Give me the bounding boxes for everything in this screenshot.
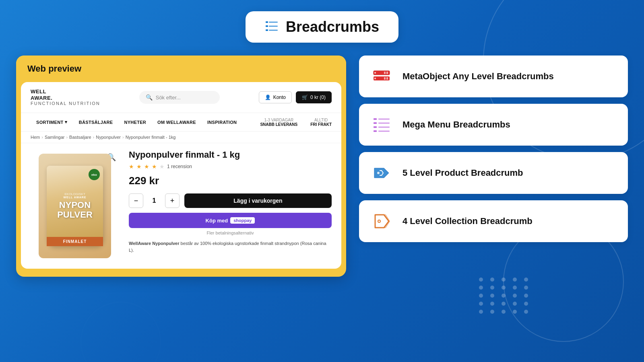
product-details: Nyponpulver finmalt - 1 kg ★ ★ ★ ★ ★ 1 r… [129,150,332,262]
svg-rect-4 [266,29,268,31]
web-preview-card: Web preview WELL AWARE. FUNCTIONAL NUTRI… [16,56,346,277]
star-half: ★ [159,163,165,170]
card-metaobject-label: MetaObject Any Level Breadcrumbs [402,71,554,82]
breadcrumb-item-3[interactable]: Bastsaljare [69,135,91,140]
qty-increase-button[interactable]: + [165,193,180,208]
megamenu-icon-container [369,112,394,138]
breadcrumb-item-1[interactable]: Hem [31,135,40,140]
qty-decrease-button[interactable]: − [129,193,143,208]
main-content: Web preview WELL AWARE. FUNCTIONAL NUTRI… [0,43,644,290]
header-pill: Breadcrumbs [246,11,398,43]
card-4-level[interactable]: 4 Level Collection Breadcrumb [359,200,628,242]
shoppay-brand: shoppay [230,217,255,224]
tag-back-icon [371,162,392,183]
4level-icon-container [369,208,394,234]
logo-line2: AWARE. [31,95,100,101]
account-label: Konto [273,95,286,100]
star-filled-3: ★ [144,163,149,170]
store-actions: 👤 Konto 🛒 0 kr (0) [259,91,332,103]
nav-item-omwellaware[interactable]: OM WELLAWARE [152,117,202,127]
svg-rect-5 [269,30,278,31]
svg-rect-16 [378,119,390,119]
svg-rect-12 [386,77,388,80]
account-icon: 👤 [265,95,271,100]
svg-rect-3 [269,26,278,27]
card-metaobject[interactable]: MetaObject Any Level Breadcrumbs [359,56,628,97]
svg-rect-0 [266,21,268,23]
svg-point-14 [374,78,376,79]
chevron-down-icon: ▾ [65,119,67,125]
quantity-row: − 1 + Lägg i varukorgen [129,193,332,208]
store-nav: SORTIMENT ▾ BÄSTSÄLJARE NYHETER OM WELLA… [21,113,341,132]
svg-rect-20 [378,127,390,128]
5level-icon-container [369,160,394,186]
star-filled-4: ★ [152,163,157,170]
product-title: Nyponpulver finmalt - 1 kg [129,150,332,160]
nav-item-nyheter[interactable]: NYHETER [118,117,152,127]
star-filled-1: ★ [129,163,134,170]
logo-line1: WELL [31,88,100,95]
card-4-level-label: 4 Level Collection Breadcrumb [402,216,533,226]
svg-rect-18 [378,123,390,123]
search-icon: 🔍 [146,94,153,101]
product-bag: eko EKOLOGISKT WELL AWARE NYPONPULVER FI… [47,166,103,246]
web-preview-header: Web preview [16,56,346,82]
web-preview-title: Web preview [27,64,81,74]
tag-icon [371,211,392,232]
svg-point-13 [374,72,376,74]
nav-item-bestsellers[interactable]: BÄSTSÄLJARE [73,117,119,127]
add-to-cart-button[interactable]: Lägg i varukorgen [184,193,332,208]
web-preview-content: WELL AWARE. FUNCTIONAL NUTRITION 🔍 Sök e… [21,82,341,269]
qty-value: 1 [148,197,160,204]
svg-point-25 [378,220,380,222]
nav-item-sortiment[interactable]: SORTIMENT ▾ [31,117,73,127]
svg-rect-1 [269,22,278,23]
breadcrumb-item-4[interactable]: Nyponpulver [96,135,121,140]
product-rating: ★ ★ ★ ★ ★ 1 recension [129,163,332,170]
card-mega-menu[interactable]: Mega Menu Breadcrumbs [359,104,628,146]
card-mega-menu-label: Mega Menu Breadcrumbs [402,119,510,130]
cart-icon: 🛒 [302,95,308,100]
svg-point-23 [377,172,380,174]
product-image: eko EKOLOGISKT WELL AWARE NYPONPULVER FI… [39,154,111,258]
svg-rect-11 [384,77,386,80]
product-description: WellAware Nyponpulver består av 100% eko… [129,240,332,253]
store-logo: WELL AWARE. FUNCTIONAL NUTRITION [31,88,100,106]
list-icon [265,19,279,35]
page-title: Breadcrumbs [286,19,379,35]
breadcrumb-item-5: Nyponpulver finmalt - 1kg [126,135,176,140]
store-header: WELL AWARE. FUNCTIONAL NUTRITION 🔍 Sök e… [21,82,341,113]
star-filled-2: ★ [136,163,142,170]
breadcrumb: Hem › Samlingar › Bastsaljare › Nyponpul… [21,132,341,143]
sidebar-cards: MetaObject Any Level Breadcrumbs Mega Me… [359,56,628,277]
rating-count: 1 recension [167,164,192,169]
search-placeholder: Sök efter... [156,95,181,101]
shipping-info: ALLTID FRI FRAKT [310,118,332,127]
card-5-level[interactable]: 5 Level Product Breadcrumb [359,152,628,194]
logo-tagline: FUNCTIONAL NUTRITION [31,101,100,106]
svg-rect-15 [374,118,377,120]
product-image-container: 🔍 eko EKOLOGISKT WELL AWARE NYPONPULVER … [31,150,119,262]
svg-rect-21 [374,130,377,132]
svg-rect-10 [386,72,388,74]
list-lines-icon [371,114,392,135]
cart-button[interactable]: 🛒 0 kr (0) [296,91,332,103]
account-button[interactable]: 👤 Konto [259,91,292,103]
eco-badge: eko [89,169,100,180]
nav-item-inspiration[interactable]: INSPIRATION [202,117,242,127]
shop-pay-button[interactable]: Köp med shoppay [129,213,332,228]
payment-alt: Fler betalningsalternativ [129,230,332,235]
svg-rect-9 [384,72,386,74]
product-area: 🔍 eko EKOLOGISKT WELL AWARE NYPONPULVER … [21,143,341,269]
server-icon [371,66,392,87]
delivery-info-container: 1-3 VARDAGAR SNABB LEVERANS ALLTID FRI F… [260,118,332,127]
breadcrumb-item-2[interactable]: Samlingar [45,135,65,140]
delivery-info: 1-3 VARDAGAR SNABB LEVERANS [260,118,297,127]
product-price: 229 kr [129,175,332,187]
cart-label: 0 kr (0) [310,95,326,100]
svg-rect-22 [378,131,390,132]
card-5-level-label: 5 Level Product Breadcrumb [402,168,523,178]
store-search[interactable]: 🔍 Sök efter... [139,91,220,104]
metaobject-icon-container [369,64,394,89]
svg-rect-17 [374,122,377,124]
